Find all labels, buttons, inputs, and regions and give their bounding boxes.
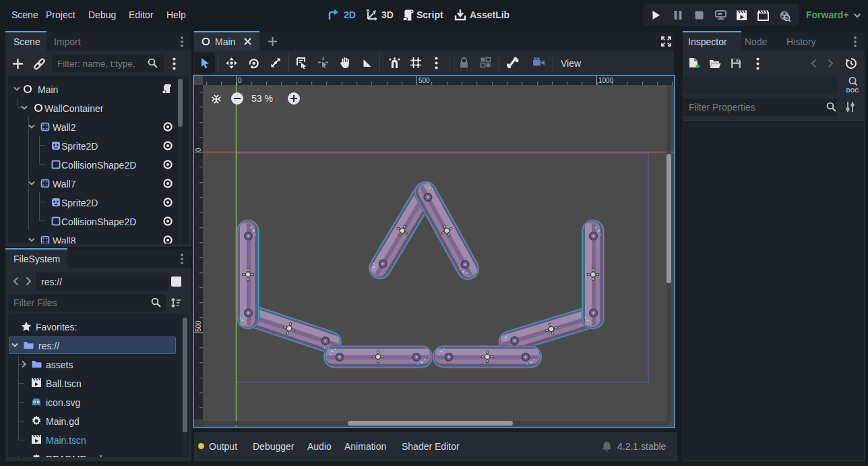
svg-text:DOC: DOC [846, 87, 859, 94]
